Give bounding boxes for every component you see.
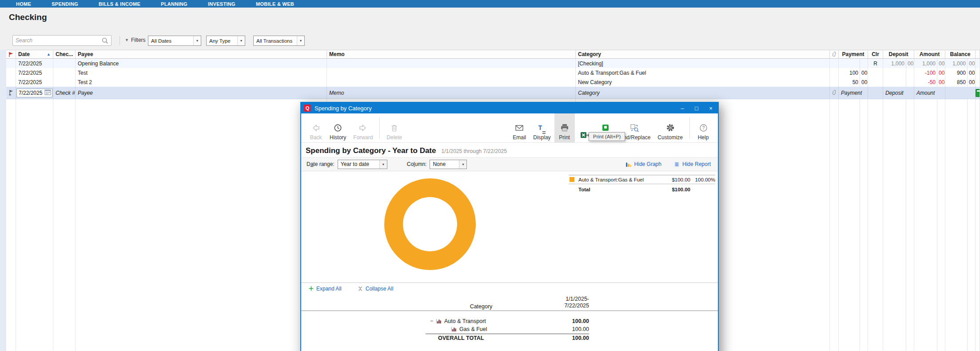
payment-input[interactable]: Payment [839, 87, 868, 99]
hide-report-link[interactable]: Hide Report [674, 161, 711, 167]
cell-category: New Category [576, 77, 830, 87]
report-row-parent[interactable]: − Auto & Transport 100.00 [426, 317, 589, 325]
cell-memo [327, 77, 576, 87]
flag-column-header[interactable] [6, 50, 16, 58]
col-header-payment[interactable]: Payment [839, 50, 868, 58]
save-transaction-cell[interactable] [976, 87, 980, 99]
date-filter-dropdown[interactable]: All Dates ▾ [148, 36, 201, 46]
col-header-balance[interactable]: Balance [945, 50, 976, 58]
filters-toggle[interactable]: ▼ Filters [125, 37, 146, 43]
payee-input[interactable]: Payee [76, 87, 327, 99]
report-table: Category 1/1/2025- 7/22/2025 − [301, 294, 718, 342]
back-button[interactable]: Back [306, 113, 326, 142]
display-button[interactable]: T Display [530, 113, 554, 142]
col-header-check[interactable]: Chec... [53, 50, 76, 58]
cell-memo [327, 59, 576, 68]
chevron-down-icon: ▾ [237, 36, 245, 45]
flag-icon [8, 52, 14, 57]
spending-graph-area: Auto & Transport:Gas & Fuel $100.00 100.… [301, 171, 718, 282]
col-header-clr[interactable]: Clr [868, 50, 883, 58]
save-transaction-icon[interactable] [976, 89, 980, 97]
nav-investing[interactable]: INVESTING [208, 1, 235, 7]
deposit-input[interactable]: Deposit [883, 87, 914, 99]
report-row-child[interactable]: Gas & Fuel 100.00 [426, 325, 589, 333]
transaction-row[interactable]: 7/22/2025 Test Auto & Transport:Gas & Fu… [6, 68, 980, 77]
col-header-date[interactable]: Date ▲ [16, 50, 53, 58]
legend-swatch [570, 177, 574, 182]
col-header-attachment[interactable] [830, 50, 839, 58]
filter-funnel-icon: ▼ [125, 38, 129, 42]
paperclip-icon [832, 90, 836, 96]
expand-all-link[interactable]: Expand All [309, 286, 342, 292]
chevron-down-icon: ▾ [459, 160, 466, 169]
cell-deposit: 1,00000 [883, 59, 914, 68]
col-header-deposit[interactable]: Deposit [883, 50, 914, 58]
type-filter-dropdown[interactable]: Any Type ▾ [206, 36, 245, 46]
report-controls: Date range: Year to date ▾ Column: None … [301, 157, 718, 171]
calendar-icon[interactable] [44, 89, 51, 97]
svg-text:?: ? [702, 125, 705, 130]
envelope-icon [515, 122, 524, 133]
collapse-all-link[interactable]: Collapse All [358, 286, 394, 292]
nav-mobile-web[interactable]: MOBILE & WEB [256, 1, 294, 7]
new-transaction-edit-row[interactable]: 7/22/2025 Check # P [6, 87, 980, 99]
memo-input[interactable]: Memo [327, 87, 576, 99]
report-category-label: Auto & Transport [444, 318, 486, 324]
help-button[interactable]: ? Help [693, 113, 713, 142]
collapse-row-icon[interactable]: − [430, 318, 436, 324]
report-header: Spending by Category - Year to Date 1/1/… [301, 143, 718, 157]
dialog-title: Spending by Category [315, 105, 372, 112]
history-button[interactable]: History [326, 113, 350, 142]
legend-row[interactable]: Auto & Transport:Gas & Fuel $100.00 100.… [569, 175, 715, 184]
quicken-logo: Q [304, 105, 311, 112]
report-list-icon [674, 161, 680, 167]
spending-by-category-dialog: Q Spending by Category – □ × Back Histor… [300, 102, 719, 351]
date-range-select[interactable]: Year to date ▾ [338, 160, 387, 169]
cell-amount: 1,00000 [914, 59, 945, 68]
category-input[interactable]: Category [576, 87, 830, 99]
mini-bar-chart-icon [451, 327, 457, 332]
col-header-memo[interactable]: Memo [327, 50, 576, 58]
donut-chart[interactable] [384, 178, 476, 270]
nav-planning[interactable]: PLANNING [161, 1, 187, 7]
cell-check [53, 68, 76, 77]
date-input[interactable]: 7/22/2025 [16, 89, 52, 97]
column-select[interactable]: None ▾ [430, 160, 467, 169]
nav-spending[interactable]: SPENDING [52, 1, 78, 7]
paperclip-icon [832, 52, 836, 57]
transaction-row[interactable]: 7/22/2025 Opening Balance [Checking] R 1… [6, 59, 980, 68]
attachment-cell[interactable] [830, 87, 839, 99]
expand-collapse-bar: Expand All Collapse All [301, 282, 718, 294]
filters-label: Filters [131, 37, 146, 43]
col-header-category[interactable]: Category [576, 50, 830, 58]
cell-payee: Test [76, 68, 327, 77]
cell-date: 7/22/2025 [16, 59, 53, 68]
customize-button[interactable]: Customize [654, 113, 686, 142]
report-category-label: Gas & Fuel [459, 326, 487, 332]
search-input[interactable]: Search [12, 35, 112, 46]
nav-home[interactable]: HOME [16, 1, 31, 7]
col-header-payee[interactable]: Payee [76, 50, 327, 58]
chevron-down-icon: ▾ [193, 36, 201, 45]
print-button[interactable]: Print [554, 113, 575, 142]
minimize-button[interactable]: – [675, 103, 689, 113]
cell-balance: 90000 [945, 68, 976, 77]
delete-button[interactable]: Delete [383, 113, 406, 142]
dialog-titlebar[interactable]: Q Spending by Category – □ × [301, 103, 718, 113]
maximize-button[interactable]: □ [689, 103, 704, 113]
find-replace-icon [630, 122, 639, 133]
transaction-row[interactable]: 7/22/2025 Test 2 New Category 5000 -5000… [6, 77, 980, 87]
nav-bills-income[interactable]: BILLS & INCOME [99, 1, 140, 7]
check-number-input[interactable]: Check # [53, 87, 76, 99]
close-button[interactable]: × [704, 103, 718, 113]
cell-category: Auto & Transport:Gas & Fuel [576, 68, 830, 77]
report-title: Spending by Category - Year to Date [306, 146, 436, 155]
email-button[interactable]: Email [509, 113, 530, 142]
forward-button[interactable]: Forward [350, 113, 376, 142]
amount-input[interactable]: Amount [914, 87, 945, 99]
cell-balance: 1,00000 [945, 59, 976, 68]
hide-graph-link[interactable]: Hide Graph [625, 161, 661, 167]
cell-clr: R [868, 59, 883, 68]
transaction-filter-dropdown[interactable]: All Transactions ▾ [253, 36, 305, 46]
col-header-amount[interactable]: Amount [914, 50, 945, 58]
